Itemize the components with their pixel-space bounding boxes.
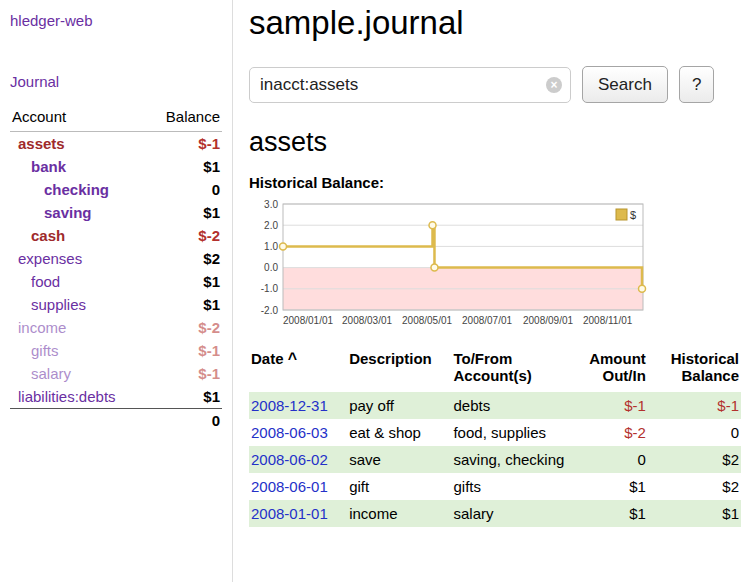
transaction-date-link[interactable]: 2008-06-03 [251, 424, 328, 441]
account-row: salary $-1 [10, 362, 222, 385]
account-link[interactable]: bank [31, 158, 66, 175]
account-link[interactable]: food [31, 273, 60, 290]
account-balance: $-1 [147, 362, 222, 385]
account-link[interactable]: expenses [18, 250, 82, 267]
transaction-balance: $2 [648, 473, 741, 500]
account-balance: $1 [147, 293, 222, 316]
svg-text:2008/05/01: 2008/05/01 [402, 315, 452, 326]
account-row: checking 0 [10, 178, 222, 201]
account-balance: $1 [147, 201, 222, 224]
header-historical-balance: Historical Balance [648, 348, 741, 392]
search-input[interactable] [249, 67, 571, 103]
register-row: 2008-06-01 gift gifts $1 $2 [249, 473, 741, 500]
account-link[interactable]: liabilities:debts [18, 388, 116, 405]
account-link[interactable]: salary [31, 365, 71, 382]
app-window: hledger-web Journal Account Balance asse… [0, 0, 742, 582]
account-balance: $-1 [147, 132, 222, 156]
account-link[interactable]: supplies [31, 296, 86, 313]
register-table: Date ^ Description To/From Account(s) Am… [249, 348, 741, 527]
account-row: cash $-2 [10, 224, 222, 247]
account-link[interactable]: cash [31, 227, 65, 244]
account-row: bank $1 [10, 155, 222, 178]
chart-title: Historical Balance: [249, 174, 741, 191]
account-balance: $-2 [147, 316, 222, 339]
transaction-balance: 0 [648, 419, 741, 446]
transaction-description: gift [347, 473, 451, 500]
transaction-description: save [347, 446, 451, 473]
account-row: income $-2 [10, 316, 222, 339]
transaction-accounts: salary [451, 500, 570, 527]
header-date-label: Date [251, 350, 284, 367]
header-description: Description [347, 348, 451, 392]
accounts-header-row: Account Balance [10, 106, 222, 132]
search-button[interactable]: Search [582, 66, 668, 103]
svg-text:2008/01/01: 2008/01/01 [283, 315, 333, 326]
transaction-amount: $-2 [571, 419, 648, 446]
svg-text:-2.0: -2.0 [261, 305, 279, 316]
transaction-balance: $1 [648, 500, 741, 527]
account-row: supplies $1 [10, 293, 222, 316]
account-heading: assets [249, 127, 741, 158]
transaction-amount: $-1 [571, 392, 648, 419]
clear-search-icon[interactable]: × [546, 77, 562, 93]
sidebar: hledger-web Journal Account Balance asse… [0, 0, 233, 582]
transaction-accounts: debts [451, 392, 570, 419]
account-link[interactable]: checking [44, 181, 109, 198]
account-balance: 0 [147, 178, 222, 201]
app-title-link[interactable]: hledger-web [10, 12, 222, 29]
search-bar: × Search ? [249, 66, 741, 103]
accounts-table: Account Balance assets $-1 bank $1 [10, 106, 222, 432]
register-header-row: Date ^ Description To/From Account(s) Am… [249, 348, 741, 392]
transaction-amount: $1 [571, 473, 648, 500]
register-row: 2008-06-02 save saving, checking 0 $2 [249, 446, 741, 473]
transaction-accounts: gifts [451, 473, 570, 500]
transaction-accounts: food, supplies [451, 419, 570, 446]
transaction-date-link[interactable]: 2008-06-01 [251, 478, 328, 495]
svg-text:2008/09/01: 2008/09/01 [523, 315, 573, 326]
accounts-header-balance: Balance [147, 106, 222, 132]
historical-balance-chart: -2.0-1.00.01.02.03.02008/01/012008/03/01… [249, 196, 653, 336]
account-balance: $2 [147, 247, 222, 270]
account-row: gifts $-1 [10, 339, 222, 362]
nav-journal-link[interactable]: Journal [10, 73, 222, 90]
svg-text:2008/03/01: 2008/03/01 [342, 315, 392, 326]
transaction-date-link[interactable]: 2008-12-31 [251, 397, 328, 414]
svg-text:2008/11/01: 2008/11/01 [583, 315, 633, 326]
transaction-amount: $1 [571, 500, 648, 527]
page-title: sample.journal [249, 4, 741, 42]
register-row: 2008-06-03 eat & shop food, supplies $-2… [249, 419, 741, 446]
svg-text:0.0: 0.0 [264, 262, 278, 273]
transaction-amount: 0 [571, 446, 648, 473]
account-row: expenses $2 [10, 247, 222, 270]
register-row: 2008-01-01 income salary $1 $1 [249, 500, 741, 527]
transaction-date-link[interactable]: 2008-06-02 [251, 451, 328, 468]
account-balance: $-1 [147, 339, 222, 362]
account-row: food $1 [10, 270, 222, 293]
register-row: 2008-12-31 pay off debts $-1 $-1 [249, 392, 741, 419]
transaction-description: eat & shop [347, 419, 451, 446]
accounts-header-account: Account [10, 106, 147, 132]
account-link[interactable]: gifts [31, 342, 59, 359]
account-balance: $1 [147, 155, 222, 178]
svg-text:2008/07/01: 2008/07/01 [462, 315, 512, 326]
svg-text:-1.0: -1.0 [261, 283, 279, 294]
header-date: Date ^ [249, 348, 347, 392]
search-box: × [249, 67, 571, 103]
transaction-date-link[interactable]: 2008-01-01 [251, 505, 328, 522]
sort-asc-icon[interactable]: ^ [288, 350, 297, 367]
transaction-accounts: saving, checking [451, 446, 570, 473]
account-row: saving $1 [10, 201, 222, 224]
accounts-total-row: 0 [10, 409, 222, 433]
transaction-description: income [347, 500, 451, 527]
transaction-description: pay off [347, 392, 451, 419]
account-link[interactable]: assets [18, 135, 65, 152]
header-tofrom-accounts: To/From Account(s) [451, 348, 570, 392]
account-row: liabilities:debts $1 [10, 385, 222, 409]
svg-text:3.0: 3.0 [264, 199, 278, 210]
svg-text:2.0: 2.0 [264, 220, 278, 231]
account-link[interactable]: income [18, 319, 66, 336]
header-amount: Amount Out/In [571, 348, 648, 392]
help-button[interactable]: ? [679, 66, 714, 103]
account-link[interactable]: saving [44, 204, 92, 221]
main-content: sample.journal × Search ? assets Histori… [233, 0, 742, 582]
